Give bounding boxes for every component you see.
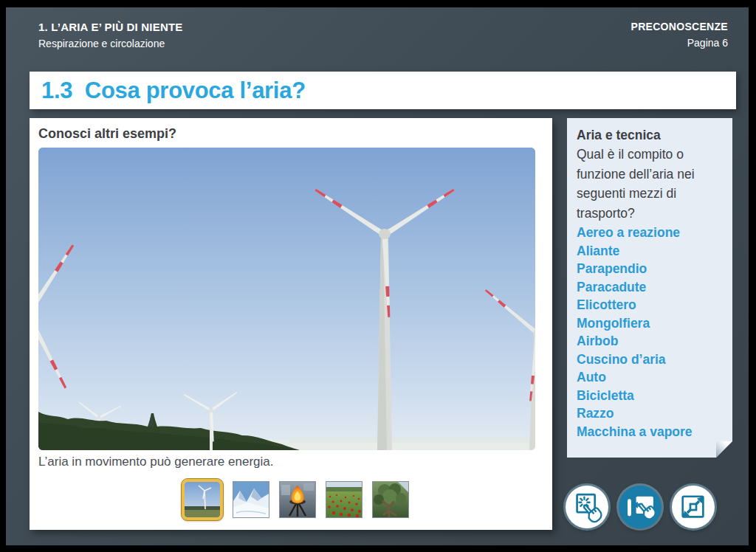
thumbnail-poppy-field[interactable]: [326, 481, 362, 518]
sidebar-link[interactable]: Auto: [577, 368, 723, 387]
thumbnail-wind-turbine[interactable]: [182, 479, 223, 520]
page-number: Pagina 6: [631, 37, 728, 49]
sidebar-link[interactable]: Mongolfiera: [577, 314, 723, 333]
page-title: 1.3 Cosa provoca l’aria?: [30, 72, 736, 106]
sidebar-links: Aereo a reazione Aliante Parapendio Para…: [577, 224, 723, 441]
header-right: PRECONOSCENZE Pagina 6: [631, 21, 728, 49]
sidebar-link[interactable]: Elicottero: [577, 296, 723, 314]
chapter-subtitle: Respirazione e circolazione: [38, 38, 183, 49]
sidebar-link[interactable]: Airbob: [577, 332, 723, 351]
drag-page-button[interactable]: [619, 486, 662, 528]
thumbnail-snowy-mountains[interactable]: [233, 481, 269, 518]
thumbnail-strip: [182, 477, 409, 522]
sidebar-link[interactable]: Cuscino d’aria: [577, 351, 723, 369]
sidebar-link[interactable]: Parapendio: [577, 260, 723, 278]
sidebar-link[interactable]: Bicicletta: [577, 387, 723, 405]
sidebar-link[interactable]: Razzo: [577, 404, 723, 423]
click-hand-icon: [568, 489, 605, 525]
snowy-mountains-thumb-icon: [233, 482, 269, 517]
header-left: 1. L’ARIA E’ PIÙ DI NIENTE Respirazione …: [38, 21, 183, 49]
chapter-title: 1. L’ARIA E’ PIÙ DI NIENTE: [38, 21, 183, 33]
sidebar-link[interactable]: Aereo a reazione: [577, 224, 723, 242]
poppy-field-thumb-icon: [326, 482, 362, 517]
main-question: Conosci altri esempi?: [38, 126, 176, 142]
interactive-click-button[interactable]: [566, 486, 608, 528]
sidebar-question: Qual è il compito o funzione dell’aria n…: [577, 145, 723, 223]
sidebar-link[interactable]: Aliante: [577, 242, 723, 261]
sidebar-title: Aria e tecnica: [577, 125, 723, 145]
sidebar-link[interactable]: Macchina a vapore: [577, 423, 723, 441]
wind-turbine-thumb-icon: [185, 482, 220, 517]
main-panel: Conosci altri esempi?: [30, 118, 552, 530]
sidebar-panel: Aria e tecnica Qual è il compito o funzi…: [567, 118, 732, 458]
photo-caption: L’aria in movimento può generare energia…: [38, 455, 273, 469]
bottom-toolbar: [566, 486, 715, 528]
section-label: PRECONOSCENZE: [631, 21, 728, 32]
thumbnail-fire[interactable]: [279, 481, 316, 518]
resize-arrows-icon: [675, 489, 712, 525]
application-window: 1. L’ARIA E’ PIÙ DI NIENTE Respirazione …: [0, 0, 756, 552]
main-photo: [38, 148, 535, 450]
resize-button[interactable]: [672, 486, 715, 528]
drag-left-hand-icon: [622, 489, 659, 525]
windswept-tree-thumb-icon: [373, 482, 408, 517]
sidebar-link[interactable]: Paracadute: [577, 278, 723, 297]
fire-thumb-icon: [280, 482, 315, 517]
title-bar: 1.3 Cosa provoca l’aria?: [30, 72, 736, 109]
wind-turbines-illustration: [38, 148, 535, 450]
thumbnail-windswept-tree[interactable]: [372, 481, 409, 518]
